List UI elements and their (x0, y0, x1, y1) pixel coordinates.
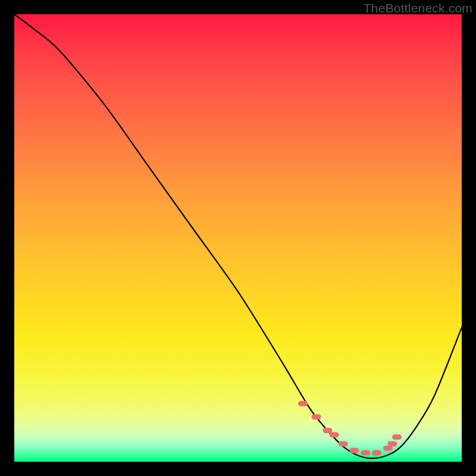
highlight-dot (339, 441, 348, 446)
highlight-dot (322, 428, 332, 433)
highlight-dot (350, 448, 359, 453)
highlight-dot (392, 434, 402, 440)
highlight-dot (372, 450, 381, 456)
chart-frame (14, 14, 462, 462)
highlight-dots (298, 401, 402, 456)
highlight-dot (387, 441, 397, 446)
highlight-dot (298, 401, 308, 406)
watermark-text: TheBottleneck.com (364, 1, 472, 15)
highlight-dot (312, 414, 321, 419)
highlight-dot (330, 432, 339, 437)
chart-svg (14, 14, 462, 462)
bottleneck-curve (14, 14, 462, 458)
highlight-dot (361, 450, 370, 456)
